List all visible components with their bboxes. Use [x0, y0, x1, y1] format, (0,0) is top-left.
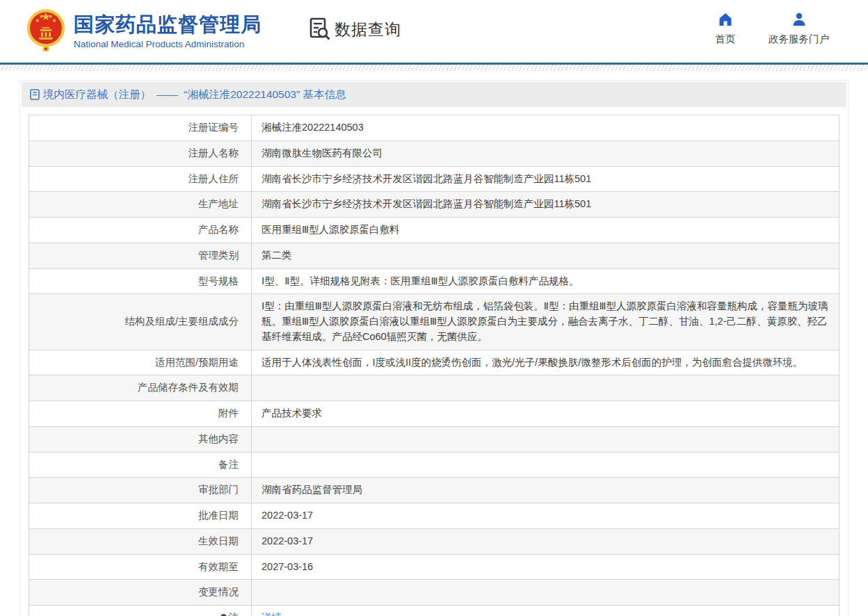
row-value: 湖南微肽生物医药有限公司 — [252, 140, 839, 166]
row-label: 管理类别 — [29, 243, 252, 268]
page-header: 国家药品监督管理局 National Medical Products Admi… — [0, 0, 868, 63]
row-value: 2027-03-16 — [252, 554, 839, 580]
nav-label-portal: 政务服务门户 — [769, 33, 829, 46]
row-value — [252, 580, 839, 606]
row-value-text: 湖南省药品监督管理局 — [262, 484, 362, 495]
national-emblem-logo — [26, 6, 65, 58]
row-value-text: 2022-03-17 — [262, 510, 313, 521]
row-label: 产品名称 — [29, 218, 252, 243]
row-label-text: 批准日期 — [198, 510, 239, 521]
row-label: 其他内容 — [29, 426, 252, 452]
row-label: 生产地址 — [29, 192, 252, 218]
row-label: 注册证编号 — [29, 115, 252, 141]
row-label: 产品储存条件及有效期 — [29, 375, 252, 401]
row-value-text: 第二类 — [262, 250, 292, 261]
row-value — [252, 375, 839, 401]
agency-subtitle: National Medical Products Administration — [74, 39, 262, 49]
row-value-text: 2022-03-17 — [262, 535, 313, 546]
nav-item-portal[interactable]: 政务服务门户 — [769, 11, 829, 46]
row-label-text: 管理类别 — [198, 250, 239, 261]
document-icon — [30, 89, 40, 100]
row-value: Ⅰ型、Ⅱ型。详细规格见附表：医用重组Ⅲ型人源胶原蛋白敷料产品规格。 — [252, 268, 839, 294]
row-value: 湖南省药品监督管理局 — [252, 478, 839, 503]
row-value — [252, 452, 839, 478]
table-row: 注册人名称湖南微肽生物医药有限公司 — [29, 140, 839, 166]
content-container: 境内医疗器械（注册） —— “湘械注准20222140503” 基本信息 注册证… — [19, 80, 849, 616]
row-value: 湖南省长沙市宁乡经济技术开发区谐园北路蓝月谷智能制造产业园11栋501 — [252, 192, 839, 218]
breadcrumb-category[interactable]: 境内医疗器械（注册） — [43, 88, 151, 102]
table-row: 型号规格Ⅰ型、Ⅱ型。详细规格见附表：医用重组Ⅲ型人源胶原蛋白敷料产品规格。 — [29, 268, 839, 294]
row-value-text: Ⅰ型、Ⅱ型。详细规格见附表：医用重组Ⅲ型人源胶原蛋白敷料产品规格。 — [262, 275, 579, 286]
row-label-text: 生产地址 — [198, 198, 239, 209]
row-label: 注册人名称 — [29, 140, 252, 166]
row-value-text: 湘械注准20222140503 — [262, 122, 364, 133]
row-label-text: 产品储存条件及有效期 — [138, 382, 239, 393]
row-label: 结构及组成/主要组成成分 — [29, 294, 252, 350]
table-row: 批准日期2022-03-17 — [29, 503, 839, 529]
row-label-text: 注册人住所 — [188, 173, 239, 184]
row-value: 产品技术要求 — [252, 401, 839, 427]
table-row: 变更情况 — [29, 580, 839, 606]
table-row: 注详情 — [29, 606, 839, 616]
table-row: 注册人住所湖南省长沙市宁乡经济技术开发区谐园北路蓝月谷智能制造产业园11栋501 — [29, 166, 839, 192]
row-label-text: 型号规格 — [198, 275, 239, 286]
data-query-icon — [309, 17, 331, 41]
row-value-text: Ⅰ型：由重组Ⅲ型人源胶原蛋白溶液和无纺布组成，铝箔袋包装。Ⅱ型：由重组Ⅲ型人源胶… — [262, 300, 828, 342]
table-row: 管理类别第二类 — [29, 243, 839, 268]
agency-title: 国家药品监督管理局 — [74, 13, 262, 36]
row-value: Ⅰ型：由重组Ⅲ型人源胶原蛋白溶液和无纺布组成，铝箔袋包装。Ⅱ型：由重组Ⅲ型人源胶… — [252, 294, 839, 350]
row-label: 型号规格 — [29, 268, 252, 294]
table-row: 生产地址湖南省长沙市宁乡经济技术开发区谐园北路蓝月谷智能制造产业园11栋501 — [29, 192, 839, 218]
home-icon — [717, 11, 734, 28]
row-label: 批准日期 — [29, 503, 252, 529]
table-row: 其他内容 — [29, 426, 839, 452]
table-row: 注册证编号湘械注准20222140503 — [29, 115, 839, 141]
row-value-text: 湖南省长沙市宁乡经济技术开发区谐园北路蓝月谷智能制造产业园11栋501 — [262, 198, 591, 209]
detail-link[interactable]: 详情 — [262, 612, 282, 616]
row-value: 湘械注准20222140503 — [252, 115, 839, 141]
row-label: 注册人住所 — [29, 166, 252, 192]
nav-item-home[interactable]: 首页 — [715, 11, 735, 46]
row-label-text: 审批部门 — [198, 484, 239, 495]
row-label-text: 有效期至 — [198, 561, 239, 572]
row-value: 第二类 — [252, 243, 839, 268]
row-value-text: 适用于人体浅表性创面，I度或浅II度的烧烫伤创面，激光/光子/果酸换肤/微整形术… — [262, 357, 803, 368]
breadcrumb: 境内医疗器械（注册） —— “湘械注准20222140503” 基本信息 — [22, 82, 846, 107]
row-label-text: 注册证编号 — [188, 122, 239, 133]
row-label: 附件 — [29, 401, 252, 427]
registration-detail-table: 注册证编号湘械注准20222140503注册人名称湖南微肽生物医药有限公司注册人… — [29, 115, 839, 616]
row-value: 湖南省长沙市宁乡经济技术开发区谐园北路蓝月谷智能制造产业园11栋501 — [252, 166, 839, 192]
table-row: 适用范围/预期用途适用于人体浅表性创面，I度或浅II度的烧烫伤创面，激光/光子/… — [29, 350, 839, 375]
row-label-text: 附件 — [218, 407, 239, 419]
row-value-text: 2027-03-16 — [262, 561, 313, 572]
user-icon — [791, 11, 807, 28]
table-row: 产品名称医用重组Ⅲ型人源胶原蛋白敷料 — [29, 218, 839, 243]
table-row: 结构及组成/主要组成成分Ⅰ型：由重组Ⅲ型人源胶原蛋白溶液和无纺布组成，铝箔袋包装… — [29, 294, 839, 350]
row-label-text: 其他内容 — [198, 433, 239, 444]
row-label-text: 注 — [229, 612, 239, 616]
row-label: 适用范围/预期用途 — [29, 350, 252, 375]
row-value-text: 产品技术要求 — [262, 407, 322, 419]
breadcrumb-dash: —— — [156, 88, 178, 101]
nav-label-home: 首页 — [715, 33, 735, 46]
hatch-band — [0, 65, 868, 71]
row-value: 适用于人体浅表性创面，I度或浅II度的烧烫伤创面，激光/光子/果酸换肤/微整形术… — [252, 350, 839, 375]
row-value-text: 湖南省长沙市宁乡经济技术开发区谐园北路蓝月谷智能制造产业园11栋501 — [262, 173, 591, 184]
row-label-text: 变更情况 — [198, 586, 239, 597]
table-row: 产品储存条件及有效期 — [29, 375, 839, 401]
table-row: 备注 — [29, 452, 839, 478]
row-value: 2022-03-17 — [252, 528, 839, 554]
row-label: 备注 — [29, 452, 252, 478]
row-label-text: 备注 — [218, 459, 239, 470]
row-label-text: 注册人名称 — [188, 147, 239, 159]
table-row: 附件产品技术要求 — [29, 401, 839, 427]
row-value-text: 湖南微肽生物医药有限公司 — [262, 147, 383, 159]
row-label-text: 生效日期 — [198, 535, 239, 546]
row-value — [252, 426, 839, 452]
top-nav: 首页 政务服务门户 — [715, 11, 829, 46]
row-label-text: 结构及组成/主要组成成分 — [124, 316, 239, 327]
table-row: 审批部门湖南省药品监督管理局 — [29, 478, 839, 503]
row-label-text: 产品名称 — [198, 224, 239, 235]
table-row: 有效期至2027-03-16 — [29, 554, 839, 580]
row-label: 生效日期 — [29, 528, 252, 554]
